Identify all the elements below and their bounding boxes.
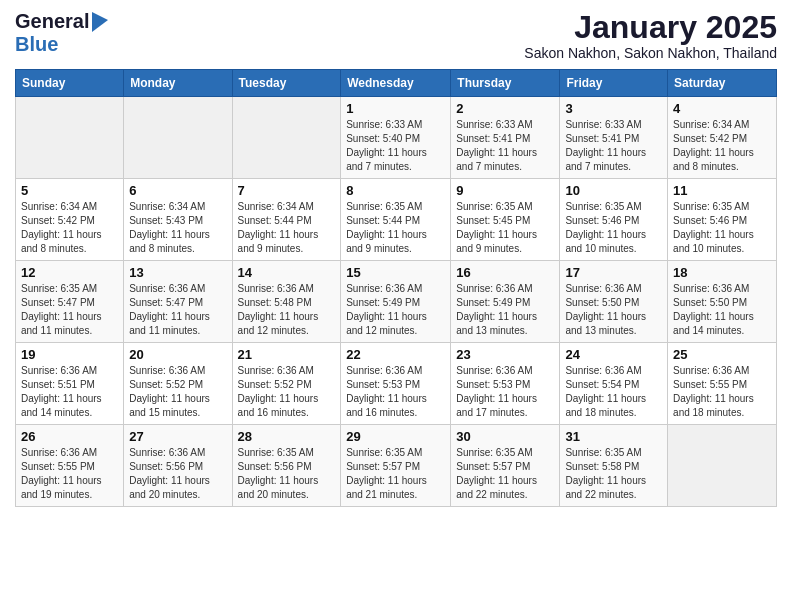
calendar-cell: 23Sunrise: 6:36 AM Sunset: 5:53 PM Dayli…: [451, 343, 560, 425]
calendar-cell: [124, 97, 232, 179]
day-number: 31: [565, 429, 662, 444]
day-info: Sunrise: 6:35 AM Sunset: 5:46 PM Dayligh…: [565, 200, 662, 256]
calendar-cell: 2Sunrise: 6:33 AM Sunset: 5:41 PM Daylig…: [451, 97, 560, 179]
day-info: Sunrise: 6:36 AM Sunset: 5:48 PM Dayligh…: [238, 282, 336, 338]
weekday-header-sunday: Sunday: [16, 70, 124, 97]
weekday-header-saturday: Saturday: [668, 70, 777, 97]
week-row-5: 26Sunrise: 6:36 AM Sunset: 5:55 PM Dayli…: [16, 425, 777, 507]
day-info: Sunrise: 6:36 AM Sunset: 5:50 PM Dayligh…: [673, 282, 771, 338]
day-number: 28: [238, 429, 336, 444]
month-title: January 2025: [524, 10, 777, 45]
calendar-cell: 14Sunrise: 6:36 AM Sunset: 5:48 PM Dayli…: [232, 261, 341, 343]
day-number: 18: [673, 265, 771, 280]
weekday-header-thursday: Thursday: [451, 70, 560, 97]
calendar-cell: 26Sunrise: 6:36 AM Sunset: 5:55 PM Dayli…: [16, 425, 124, 507]
calendar-cell: 11Sunrise: 6:35 AM Sunset: 5:46 PM Dayli…: [668, 179, 777, 261]
day-info: Sunrise: 6:36 AM Sunset: 5:54 PM Dayligh…: [565, 364, 662, 420]
calendar-cell: 7Sunrise: 6:34 AM Sunset: 5:44 PM Daylig…: [232, 179, 341, 261]
day-info: Sunrise: 6:36 AM Sunset: 5:50 PM Dayligh…: [565, 282, 662, 338]
subtitle: Sakon Nakhon, Sakon Nakhon, Thailand: [524, 45, 777, 61]
calendar-cell: 5Sunrise: 6:34 AM Sunset: 5:42 PM Daylig…: [16, 179, 124, 261]
week-row-4: 19Sunrise: 6:36 AM Sunset: 5:51 PM Dayli…: [16, 343, 777, 425]
day-number: 2: [456, 101, 554, 116]
logo-general-text: General: [15, 10, 89, 33]
day-info: Sunrise: 6:36 AM Sunset: 5:56 PM Dayligh…: [129, 446, 226, 502]
calendar-cell: 10Sunrise: 6:35 AM Sunset: 5:46 PM Dayli…: [560, 179, 668, 261]
day-info: Sunrise: 6:34 AM Sunset: 5:42 PM Dayligh…: [673, 118, 771, 174]
day-info: Sunrise: 6:35 AM Sunset: 5:47 PM Dayligh…: [21, 282, 118, 338]
logo-wrapper: General: [15, 10, 108, 33]
page: General Blue January 2025 Sakon Nakhon, …: [0, 0, 792, 612]
day-number: 3: [565, 101, 662, 116]
day-number: 13: [129, 265, 226, 280]
day-number: 30: [456, 429, 554, 444]
calendar-cell: 6Sunrise: 6:34 AM Sunset: 5:43 PM Daylig…: [124, 179, 232, 261]
day-info: Sunrise: 6:35 AM Sunset: 5:46 PM Dayligh…: [673, 200, 771, 256]
day-number: 23: [456, 347, 554, 362]
day-info: Sunrise: 6:35 AM Sunset: 5:44 PM Dayligh…: [346, 200, 445, 256]
day-number: 24: [565, 347, 662, 362]
day-number: 25: [673, 347, 771, 362]
calendar-cell: 9Sunrise: 6:35 AM Sunset: 5:45 PM Daylig…: [451, 179, 560, 261]
day-info: Sunrise: 6:36 AM Sunset: 5:53 PM Dayligh…: [456, 364, 554, 420]
day-info: Sunrise: 6:36 AM Sunset: 5:49 PM Dayligh…: [346, 282, 445, 338]
day-info: Sunrise: 6:36 AM Sunset: 5:55 PM Dayligh…: [673, 364, 771, 420]
day-number: 7: [238, 183, 336, 198]
day-info: Sunrise: 6:36 AM Sunset: 5:52 PM Dayligh…: [129, 364, 226, 420]
day-info: Sunrise: 6:34 AM Sunset: 5:42 PM Dayligh…: [21, 200, 118, 256]
calendar-cell: [232, 97, 341, 179]
day-number: 16: [456, 265, 554, 280]
calendar-table: SundayMondayTuesdayWednesdayThursdayFrid…: [15, 69, 777, 507]
day-info: Sunrise: 6:34 AM Sunset: 5:43 PM Dayligh…: [129, 200, 226, 256]
day-info: Sunrise: 6:36 AM Sunset: 5:49 PM Dayligh…: [456, 282, 554, 338]
day-info: Sunrise: 6:35 AM Sunset: 5:58 PM Dayligh…: [565, 446, 662, 502]
day-info: Sunrise: 6:34 AM Sunset: 5:44 PM Dayligh…: [238, 200, 336, 256]
day-info: Sunrise: 6:36 AM Sunset: 5:52 PM Dayligh…: [238, 364, 336, 420]
day-number: 5: [21, 183, 118, 198]
weekday-header-monday: Monday: [124, 70, 232, 97]
calendar-cell: [668, 425, 777, 507]
calendar-cell: 27Sunrise: 6:36 AM Sunset: 5:56 PM Dayli…: [124, 425, 232, 507]
day-number: 15: [346, 265, 445, 280]
calendar-cell: 3Sunrise: 6:33 AM Sunset: 5:41 PM Daylig…: [560, 97, 668, 179]
logo-blue-text: Blue: [15, 33, 58, 56]
calendar-cell: 25Sunrise: 6:36 AM Sunset: 5:55 PM Dayli…: [668, 343, 777, 425]
day-number: 20: [129, 347, 226, 362]
day-info: Sunrise: 6:35 AM Sunset: 5:45 PM Dayligh…: [456, 200, 554, 256]
day-number: 9: [456, 183, 554, 198]
day-number: 6: [129, 183, 226, 198]
calendar-cell: 24Sunrise: 6:36 AM Sunset: 5:54 PM Dayli…: [560, 343, 668, 425]
day-info: Sunrise: 6:35 AM Sunset: 5:56 PM Dayligh…: [238, 446, 336, 502]
day-number: 10: [565, 183, 662, 198]
calendar-cell: 29Sunrise: 6:35 AM Sunset: 5:57 PM Dayli…: [341, 425, 451, 507]
title-block: January 2025 Sakon Nakhon, Sakon Nakhon,…: [524, 10, 777, 61]
weekday-header-row: SundayMondayTuesdayWednesdayThursdayFrid…: [16, 70, 777, 97]
svg-marker-0: [92, 12, 108, 32]
calendar-cell: 12Sunrise: 6:35 AM Sunset: 5:47 PM Dayli…: [16, 261, 124, 343]
weekday-header-friday: Friday: [560, 70, 668, 97]
day-number: 19: [21, 347, 118, 362]
calendar-cell: 1Sunrise: 6:33 AM Sunset: 5:40 PM Daylig…: [341, 97, 451, 179]
day-info: Sunrise: 6:36 AM Sunset: 5:47 PM Dayligh…: [129, 282, 226, 338]
day-number: 11: [673, 183, 771, 198]
day-number: 29: [346, 429, 445, 444]
calendar-cell: 31Sunrise: 6:35 AM Sunset: 5:58 PM Dayli…: [560, 425, 668, 507]
weekday-header-tuesday: Tuesday: [232, 70, 341, 97]
calendar-cell: 17Sunrise: 6:36 AM Sunset: 5:50 PM Dayli…: [560, 261, 668, 343]
week-row-1: 1Sunrise: 6:33 AM Sunset: 5:40 PM Daylig…: [16, 97, 777, 179]
header: General Blue January 2025 Sakon Nakhon, …: [15, 10, 777, 61]
logo-flag-icon: [92, 12, 108, 32]
calendar-cell: 15Sunrise: 6:36 AM Sunset: 5:49 PM Dayli…: [341, 261, 451, 343]
week-row-2: 5Sunrise: 6:34 AM Sunset: 5:42 PM Daylig…: [16, 179, 777, 261]
weekday-header-wednesday: Wednesday: [341, 70, 451, 97]
calendar-cell: 13Sunrise: 6:36 AM Sunset: 5:47 PM Dayli…: [124, 261, 232, 343]
calendar-cell: 28Sunrise: 6:35 AM Sunset: 5:56 PM Dayli…: [232, 425, 341, 507]
calendar-cell: 22Sunrise: 6:36 AM Sunset: 5:53 PM Dayli…: [341, 343, 451, 425]
day-number: 17: [565, 265, 662, 280]
day-info: Sunrise: 6:35 AM Sunset: 5:57 PM Dayligh…: [346, 446, 445, 502]
calendar-cell: 16Sunrise: 6:36 AM Sunset: 5:49 PM Dayli…: [451, 261, 560, 343]
day-info: Sunrise: 6:35 AM Sunset: 5:57 PM Dayligh…: [456, 446, 554, 502]
calendar-cell: 8Sunrise: 6:35 AM Sunset: 5:44 PM Daylig…: [341, 179, 451, 261]
calendar-cell: [16, 97, 124, 179]
calendar-cell: 30Sunrise: 6:35 AM Sunset: 5:57 PM Dayli…: [451, 425, 560, 507]
